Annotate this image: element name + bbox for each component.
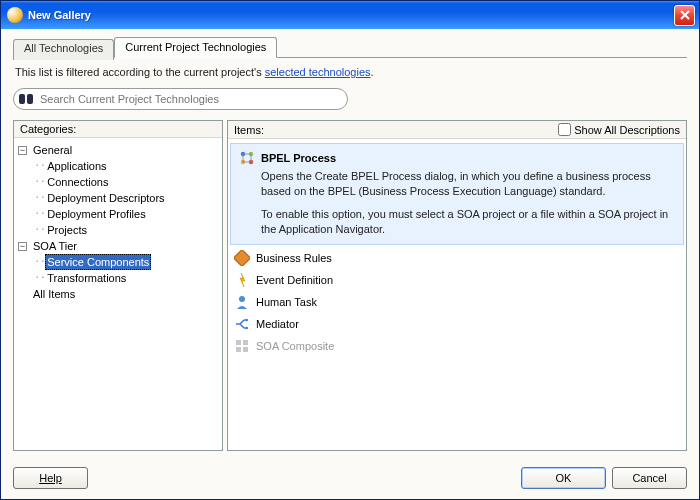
- item-human-task[interactable]: Human Task: [228, 291, 686, 313]
- svg-marker-5: [240, 273, 245, 287]
- filter-info: This list is filtered according to the c…: [13, 58, 687, 88]
- item-label: Event Definition: [256, 274, 333, 286]
- categories-header: Categories:: [14, 121, 222, 138]
- client-area: All Technologies Current Project Technol…: [1, 29, 699, 459]
- tree-node-applications[interactable]: ·· Applications: [18, 158, 218, 174]
- tab-all-technologies[interactable]: All Technologies: [13, 39, 114, 60]
- tree-node-general[interactable]: − General: [18, 142, 218, 158]
- tree-node-projects[interactable]: ·· Projects: [18, 222, 218, 238]
- search-field[interactable]: [13, 88, 348, 110]
- svg-rect-12: [243, 347, 248, 352]
- categories-tree[interactable]: − General ·· Applications ·· Connections: [14, 140, 222, 304]
- item-label: SOA Composite: [256, 340, 334, 352]
- item-event-definition[interactable]: Event Definition: [228, 269, 686, 291]
- app-icon: [7, 7, 23, 23]
- svg-marker-7: [246, 319, 248, 322]
- svg-rect-9: [236, 340, 241, 345]
- items-list: BPEL Process Opens the Create BPEL Proce…: [228, 143, 686, 357]
- item-mediator[interactable]: Mediator: [228, 313, 686, 335]
- minus-icon[interactable]: −: [18, 242, 27, 251]
- button-row: Help OK Cancel: [1, 459, 699, 499]
- item-label: Business Rules: [256, 252, 332, 264]
- svg-rect-4: [234, 250, 250, 266]
- item-label: Mediator: [256, 318, 299, 330]
- tabstrip: All Technologies Current Project Technol…: [13, 37, 687, 58]
- ok-button[interactable]: OK: [521, 467, 606, 489]
- item-title: BPEL Process: [261, 152, 336, 164]
- item-soa-composite[interactable]: SOA Composite: [228, 335, 686, 357]
- selected-technologies-link[interactable]: selected technologies: [265, 66, 371, 78]
- categories-panel: Categories: − General ·· Applications: [13, 120, 223, 451]
- minus-icon[interactable]: −: [18, 146, 27, 155]
- tree-node-soa-tier[interactable]: − SOA Tier: [18, 238, 218, 254]
- filter-info-suffix: .: [371, 66, 374, 78]
- titlebar: New Gallery: [1, 1, 699, 29]
- svg-marker-8: [246, 327, 248, 330]
- tree-node-service-components[interactable]: ·· Service Components: [18, 254, 218, 270]
- window-title: New Gallery: [28, 9, 674, 21]
- svg-point-6: [239, 296, 245, 302]
- item-bpel-process[interactable]: BPEL Process Opens the Create BPEL Proce…: [230, 143, 684, 245]
- panels: Categories: − General ·· Applications: [13, 120, 687, 451]
- binoculars-icon: [18, 92, 34, 106]
- svg-rect-11: [236, 347, 241, 352]
- items-body: BPEL Process Opens the Create BPEL Proce…: [228, 139, 686, 450]
- item-business-rules[interactable]: Business Rules: [228, 247, 686, 269]
- mediator-icon: [234, 316, 250, 332]
- help-button[interactable]: Help: [13, 467, 88, 489]
- tree-node-deployment-descriptors[interactable]: ·· Deployment Descriptors: [18, 190, 218, 206]
- categories-body: − General ·· Applications ·· Connections: [14, 138, 222, 450]
- new-gallery-dialog: New Gallery All Technologies Current Pro…: [0, 0, 700, 500]
- tab-current-project-technologies[interactable]: Current Project Technologies: [114, 37, 277, 58]
- human-task-icon: [234, 294, 250, 310]
- show-all-descriptions-checkbox[interactable]: [558, 123, 571, 136]
- item-label: Human Task: [256, 296, 317, 308]
- event-icon: [234, 272, 250, 288]
- soa-composite-icon: [234, 338, 250, 354]
- tree-node-deployment-profiles[interactable]: ·· Deployment Profiles: [18, 206, 218, 222]
- item-description: Opens the Create BPEL Process dialog, in…: [239, 169, 675, 236]
- bpel-icon: [239, 150, 255, 166]
- tree-node-all-items[interactable]: All Items: [18, 286, 218, 302]
- close-button[interactable]: [674, 5, 695, 26]
- tree-node-connections[interactable]: ·· Connections: [18, 174, 218, 190]
- business-rules-icon: [234, 250, 250, 266]
- show-all-descriptions[interactable]: Show All Descriptions: [558, 123, 680, 136]
- items-panel: Items: Show All Descriptions: [227, 120, 687, 451]
- svg-rect-10: [243, 340, 248, 345]
- search-input[interactable]: [38, 92, 339, 106]
- tree-node-transformations[interactable]: ·· Transformations: [18, 270, 218, 286]
- filter-info-prefix: This list is filtered according to the c…: [15, 66, 265, 78]
- cancel-button[interactable]: Cancel: [612, 467, 687, 489]
- items-header: Items: Show All Descriptions: [228, 121, 686, 139]
